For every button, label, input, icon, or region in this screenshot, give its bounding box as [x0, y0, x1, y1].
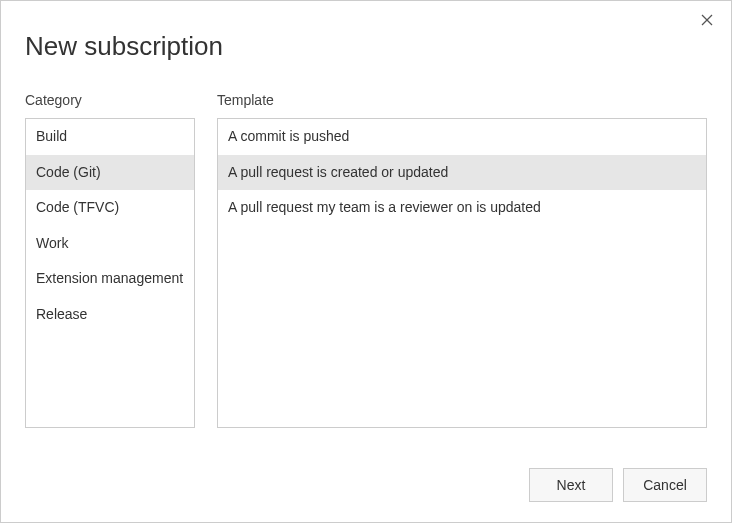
category-column: Category BuildCode (Git)Code (TFVC)WorkE… [25, 92, 195, 428]
category-item[interactable]: Extension management [26, 261, 194, 297]
template-column: Template A commit is pushedA pull reques… [217, 92, 707, 428]
template-label: Template [217, 92, 707, 108]
category-item[interactable]: Code (Git) [26, 155, 194, 191]
template-item[interactable]: A pull request my team is a reviewer on … [218, 190, 706, 226]
next-button[interactable]: Next [529, 468, 613, 502]
template-item[interactable]: A pull request is created or updated [218, 155, 706, 191]
template-item[interactable]: A commit is pushed [218, 119, 706, 155]
category-item[interactable]: Work [26, 226, 194, 262]
close-button[interactable] [697, 11, 717, 31]
template-listbox[interactable]: A commit is pushedA pull request is crea… [217, 118, 707, 428]
cancel-button[interactable]: Cancel [623, 468, 707, 502]
dialog-title: New subscription [25, 31, 707, 62]
category-label: Category [25, 92, 195, 108]
category-item[interactable]: Build [26, 119, 194, 155]
dialog-footer: Next Cancel [529, 468, 707, 502]
category-item[interactable]: Code (TFVC) [26, 190, 194, 226]
content-area: Category BuildCode (Git)Code (TFVC)WorkE… [25, 92, 707, 428]
category-item[interactable]: Release [26, 297, 194, 333]
close-icon [701, 12, 713, 30]
new-subscription-dialog: New subscription Category BuildCode (Git… [0, 0, 732, 523]
category-listbox[interactable]: BuildCode (Git)Code (TFVC)WorkExtension … [25, 118, 195, 428]
